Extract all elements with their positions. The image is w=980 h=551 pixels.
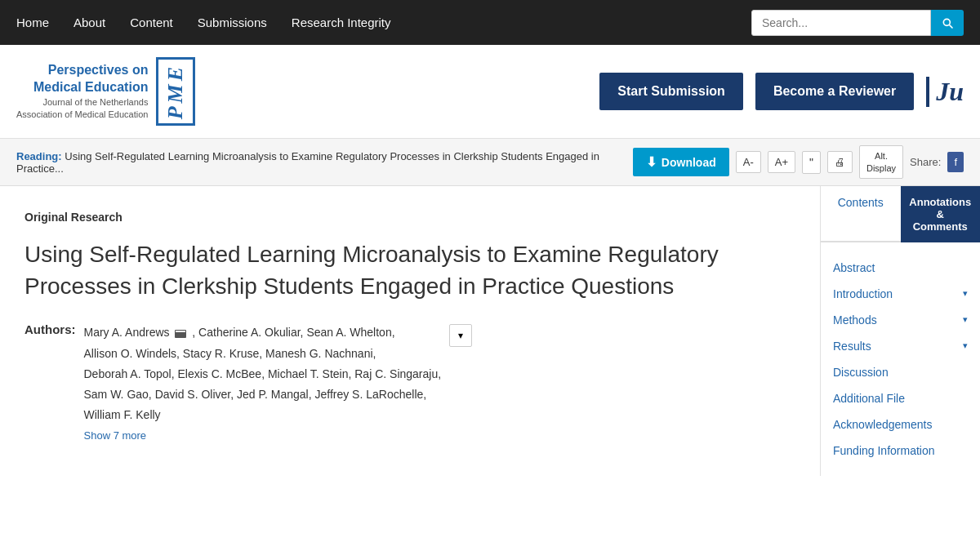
toc-introduction[interactable]: Introduction ▾ bbox=[833, 281, 968, 307]
authors-content: Mary A. Andrews , Catherine A. Okuliar, … bbox=[84, 322, 442, 442]
toc-discussion-label: Discussion bbox=[833, 366, 889, 379]
download-icon: ⬇ bbox=[646, 154, 657, 170]
toc-abstract-label: Abstract bbox=[833, 261, 875, 274]
alt-display-button[interactable]: Alt.Display bbox=[859, 145, 903, 179]
reading-title-text: Using Self-Regulated Learning Microanaly… bbox=[16, 150, 599, 175]
sidebar-toc: Abstract Introduction ▾ Methods ▾ Result… bbox=[821, 242, 980, 476]
article-title: Using Self-Regulated Learning Microanaly… bbox=[24, 238, 795, 302]
authors-collapse-button[interactable]: ▾ bbox=[449, 324, 472, 347]
start-submission-button[interactable]: Start Submission bbox=[599, 73, 743, 110]
toc-additional-file-label: Additional File bbox=[833, 392, 905, 405]
show-more-link[interactable]: Show 7 more bbox=[84, 429, 442, 442]
font-decrease-button[interactable]: A- bbox=[736, 151, 761, 173]
reading-bar: Reading: Using Self-Regulated Learning M… bbox=[0, 139, 980, 186]
toc-introduction-label: Introduction bbox=[833, 287, 893, 300]
brand-text: Perspectives onMedical Education Journal… bbox=[16, 62, 148, 121]
page-header: Perspectives onMedical Education Journal… bbox=[0, 45, 980, 139]
toolbar-buttons: ⬇ Download A- A+ " 🖨 Alt.Display Share: … bbox=[633, 145, 964, 179]
publisher-logo: Ju bbox=[926, 77, 964, 107]
nav-submissions[interactable]: Submissions bbox=[198, 16, 267, 29]
nav-research-integrity[interactable]: Research Integrity bbox=[292, 16, 391, 29]
pme-logo: PME bbox=[156, 57, 195, 126]
tab-contents[interactable]: Contents bbox=[821, 186, 901, 242]
facebook-share-button[interactable]: f bbox=[947, 152, 964, 172]
cite-button[interactable]: " bbox=[802, 151, 821, 174]
toc-results-label: Results bbox=[833, 340, 871, 353]
download-button[interactable]: ⬇ Download bbox=[633, 148, 729, 176]
author-2: Allison O. Windels, Stacy R. Kruse, Mane… bbox=[84, 347, 376, 360]
font-increase-button[interactable]: A+ bbox=[768, 151, 795, 173]
reading-label: Reading: Using Self-Regulated Learning M… bbox=[16, 150, 621, 175]
toc-additional-file[interactable]: Additional File bbox=[833, 385, 968, 411]
search-area bbox=[751, 10, 964, 36]
nav-links: Home About Content Submissions Research … bbox=[16, 16, 751, 29]
toc-acknowledgements-label: Acknowledgements bbox=[833, 418, 932, 431]
nav-content[interactable]: Content bbox=[130, 16, 173, 29]
pme-logo-text: PME bbox=[165, 64, 186, 119]
article-area: Original Research Using Self-Regulated L… bbox=[0, 186, 821, 476]
toc-abstract[interactable]: Abstract bbox=[833, 255, 968, 281]
article-sidebar: Contents Annotations& Comments Abstract … bbox=[821, 186, 980, 476]
header-buttons: Start Submission Become a Reviewer Ju bbox=[599, 73, 964, 110]
author-0: Mary A. Andrews bbox=[84, 326, 170, 339]
become-reviewer-button[interactable]: Become a Reviewer bbox=[755, 73, 914, 110]
author-3: Deborah A. Topol, Elexis C. McBee, Micha… bbox=[84, 367, 442, 380]
toc-discussion[interactable]: Discussion bbox=[833, 359, 968, 385]
authors-label: Authors: bbox=[24, 322, 76, 336]
toc-acknowledgements[interactable]: Acknowledgements bbox=[833, 411, 968, 438]
nav-about[interactable]: About bbox=[74, 16, 105, 29]
authors-list: Mary A. Andrews , Catherine A. Okuliar, … bbox=[84, 322, 442, 425]
brand-area: Perspectives onMedical Education Journal… bbox=[16, 57, 599, 126]
tab-annotations[interactable]: Annotations& Comments bbox=[901, 186, 981, 242]
chevron-results-icon: ▾ bbox=[963, 340, 968, 351]
brand-title: Perspectives onMedical Education bbox=[16, 62, 148, 96]
email-icon bbox=[175, 330, 186, 338]
reading-word: Reading: bbox=[16, 150, 62, 162]
main-content: Original Research Using Self-Regulated L… bbox=[0, 186, 980, 476]
toc-funding-information-label: Funding Information bbox=[833, 444, 935, 457]
download-label: Download bbox=[662, 156, 716, 169]
author-5: William F. Kelly bbox=[84, 408, 161, 421]
nav-home[interactable]: Home bbox=[16, 16, 49, 29]
toc-methods[interactable]: Methods ▾ bbox=[833, 307, 968, 333]
print-button[interactable]: 🖨 bbox=[827, 151, 853, 173]
search-input[interactable] bbox=[751, 10, 931, 36]
chevron-methods-icon: ▾ bbox=[963, 314, 968, 325]
toc-results[interactable]: Results ▾ bbox=[833, 333, 968, 359]
sidebar-tabs: Contents Annotations& Comments bbox=[821, 186, 980, 242]
article-type: Original Research bbox=[24, 211, 795, 224]
authors-section: Authors: Mary A. Andrews , Catherine A. … bbox=[24, 322, 795, 442]
search-icon bbox=[941, 16, 954, 29]
top-navigation: Home About Content Submissions Research … bbox=[0, 0, 980, 45]
author-1: , Catherine A. Okuliar, Sean A. Whelton, bbox=[192, 326, 394, 339]
share-label: Share: bbox=[910, 156, 941, 168]
toc-funding-information[interactable]: Funding Information bbox=[833, 438, 968, 464]
chevron-introduction-icon: ▾ bbox=[963, 288, 968, 299]
brand-subtitle: Journal of the NetherlandsAssociation of… bbox=[16, 96, 148, 122]
toc-methods-label: Methods bbox=[833, 313, 877, 327]
chevron-down-icon: ▾ bbox=[458, 330, 463, 341]
author-4: Sam W. Gao, David S. Oliver, Jed P. Mang… bbox=[84, 388, 427, 401]
search-button[interactable] bbox=[931, 10, 964, 36]
